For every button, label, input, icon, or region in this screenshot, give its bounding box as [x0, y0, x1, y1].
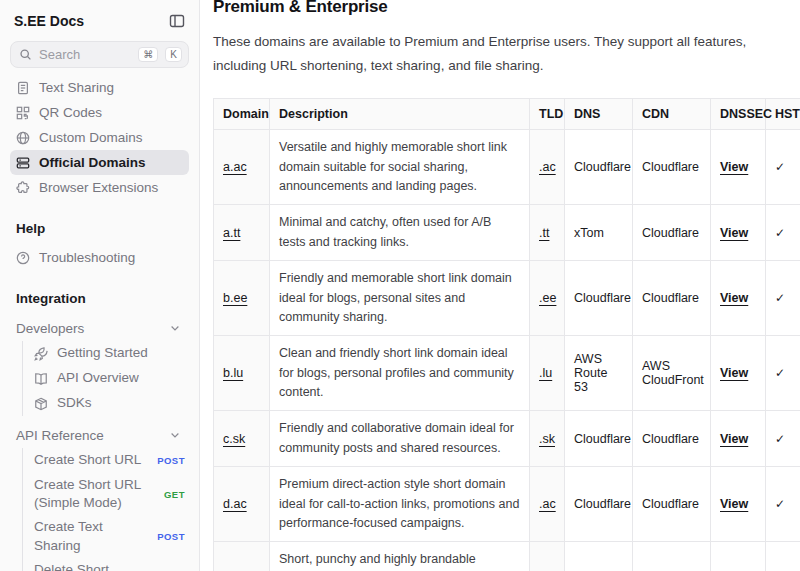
group-label: API Reference — [16, 428, 104, 443]
domain-link[interactable]: b.ee — [223, 291, 247, 305]
table-row: a.ac Versatile and highly memorable shor… — [214, 130, 800, 205]
tld-link[interactable]: .ac — [539, 497, 556, 511]
sidebar-group-developers[interactable]: Developers — [10, 315, 189, 341]
tld-link[interactable]: .ac — [539, 160, 556, 174]
col-header-dns: DNS — [565, 99, 633, 130]
table-row: a.tt Minimal and catchy, often used for … — [214, 205, 800, 261]
rocket-icon — [34, 347, 48, 361]
col-header-tld: TLD — [530, 99, 565, 130]
kbd-cmd: ⌘ — [138, 47, 158, 62]
domain-link[interactable]: b.lu — [223, 366, 243, 380]
developers-subgroup: Getting Started API Overview SDKs — [22, 341, 189, 416]
domain-link[interactable]: d.ac — [223, 497, 247, 511]
domain-description: Friendly and memorable short link domain… — [270, 261, 530, 336]
cdn-value: AWS CloudFront — [633, 336, 711, 411]
domain-link[interactable]: a.tt — [223, 226, 240, 240]
sidebar-item-label: Create Short URL — [34, 451, 142, 469]
dnssec-view-link[interactable]: View — [720, 291, 748, 305]
dns-value: Cloudflare — [565, 261, 633, 336]
chevron-down-icon — [169, 429, 181, 441]
tld-link[interactable]: .tt — [539, 226, 549, 240]
sidebar-item-sdks[interactable]: SDKs — [23, 391, 189, 416]
domain-link[interactable]: a.ac — [223, 160, 247, 174]
cdn-value: Cloudflare — [633, 542, 711, 571]
sidebar-item-label: QR Codes — [39, 105, 102, 120]
sidebar-item-label: Text Sharing — [39, 80, 114, 95]
panel-toggle-icon — [169, 13, 185, 29]
group-label: Developers — [16, 321, 84, 336]
sidebar-item-qr-codes[interactable]: QR Codes — [10, 100, 189, 125]
sidebar-item-troubleshooting[interactable]: Troubleshooting — [10, 245, 189, 270]
table-row: d.ac Premium direct-action style short d… — [214, 467, 800, 542]
cdn-value: Cloudflare — [633, 467, 711, 542]
sidebar-item-text-sharing[interactable]: Text Sharing — [10, 75, 189, 100]
domain-description: Short, punchy and highly brandable domai… — [270, 542, 530, 571]
hsts-checkmark: ✓ — [766, 411, 800, 467]
search-placeholder: Search — [39, 47, 131, 62]
tld-link[interactable]: .lu — [539, 366, 552, 380]
sidebar-group-api-reference[interactable]: API Reference — [10, 422, 189, 448]
col-header-cdn: CDN — [633, 99, 711, 130]
sidebar-item-label: Create Short URL (Simple Mode) — [34, 476, 149, 512]
hsts-checkmark: ✓ — [766, 336, 800, 411]
dns-value: xTom — [565, 205, 633, 261]
api-reference-subgroup: Create Short URL POST Create Short URL (… — [22, 448, 189, 571]
sidebar-item-create-text-sharing[interactable]: Create Text Sharing POST — [23, 515, 189, 557]
dns-value: AWS Route 53 — [565, 336, 633, 411]
domain-link[interactable]: c.sk — [223, 432, 245, 446]
method-badge-post: POST — [157, 531, 185, 542]
dnssec-view-link[interactable]: View — [720, 226, 748, 240]
sidebar-item-label: SDKs — [57, 394, 185, 412]
domain-description: Versatile and highly memorable short lin… — [270, 130, 530, 205]
cdn-value: Cloudflare — [633, 130, 711, 205]
sidebar-toggle-button[interactable] — [169, 13, 185, 29]
dns-value: Cloudflare — [565, 467, 633, 542]
server-icon — [16, 156, 30, 170]
sidebar-item-custom-domains[interactable]: Custom Domains — [10, 125, 189, 150]
sidebar-item-label: API Overview — [57, 369, 185, 387]
method-badge-post: POST — [157, 455, 185, 466]
puzzle-icon — [16, 181, 30, 195]
dns-value: Cloudflare — [565, 542, 633, 571]
sidebar-item-getting-started[interactable]: Getting Started — [23, 341, 189, 366]
domain-description: Friendly and collaborative domain ideal … — [270, 411, 530, 467]
tld-link[interactable]: .sk — [539, 432, 555, 446]
sidebar-item-label: Getting Started — [57, 344, 185, 362]
sidebar-item-browser-extensions[interactable]: Browser Extensions — [10, 175, 189, 200]
hsts-checkmark: ✓ — [766, 130, 800, 205]
sidebar-item-official-domains[interactable]: Official Domains — [10, 150, 189, 175]
hsts-checkmark: ✓ — [766, 467, 800, 542]
sidebar-item-label: Official Domains — [39, 155, 146, 170]
sidebar-item-delete-short-url[interactable]: Delete Short URL DELETE — [23, 558, 189, 571]
qr-code-icon — [16, 106, 30, 120]
book-open-icon — [34, 372, 48, 386]
dnssec-view-link[interactable]: View — [720, 160, 748, 174]
page-title: Premium & Enterprise — [213, 0, 800, 17]
dnssec-view-link[interactable]: View — [720, 497, 748, 511]
col-header-description: Description — [270, 99, 530, 130]
dnssec-view-link[interactable]: View — [720, 432, 748, 446]
table-row: f.bi Short, punchy and highly brandable … — [214, 542, 800, 571]
sidebar-header: S.EE Docs — [10, 13, 189, 29]
section-title-help: Help — [10, 221, 189, 236]
section-title-integration: Integration — [10, 291, 189, 306]
search-icon — [19, 48, 32, 61]
tld-link[interactable]: .ee — [539, 291, 556, 305]
domains-table: Domain Description TLD DNS CDN DNSSEC HS… — [213, 98, 800, 571]
sidebar-item-label: Troubleshooting — [39, 250, 135, 265]
domains-table-wrapper: Domain Description TLD DNS CDN DNSSEC HS… — [213, 98, 800, 571]
sidebar-item-create-short-url-simple[interactable]: Create Short URL (Simple Mode) GET — [23, 473, 189, 515]
hsts-checkmark: ✓ — [766, 261, 800, 336]
table-header-row: Domain Description TLD DNS CDN DNSSEC HS… — [214, 99, 800, 130]
sidebar-item-label: Delete Short URL — [34, 561, 130, 571]
sidebar-item-api-overview[interactable]: API Overview — [23, 366, 189, 391]
col-header-domain: Domain — [214, 99, 270, 130]
sidebar-item-create-short-url[interactable]: Create Short URL POST — [23, 448, 189, 473]
domain-description: Minimal and catchy, often used for A/B t… — [270, 205, 530, 261]
search-input[interactable]: Search ⌘ K — [10, 41, 189, 68]
dnssec-view-link[interactable]: View — [720, 366, 748, 380]
cdn-value: Cloudflare — [633, 261, 711, 336]
table-row: c.sk Friendly and collaborative domain i… — [214, 411, 800, 467]
sidebar-item-label: Browser Extensions — [39, 180, 158, 195]
col-header-dnssec: DNSSEC — [711, 99, 766, 130]
